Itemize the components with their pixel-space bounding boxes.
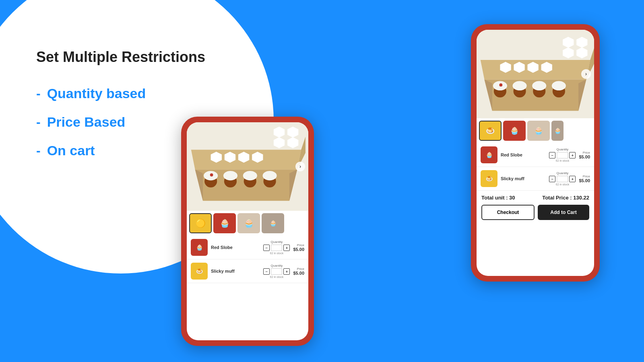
thumbnail-row: 🟡 🧁 🧁 🧁 <box>187 211 308 236</box>
price-area-1: Price $5.00 <box>293 243 304 252</box>
product-name-1: Red Slobe <box>211 245 260 250</box>
qty-label-p2-1: Quantity <box>557 148 569 151</box>
svg-marker-23 <box>484 80 492 111</box>
qty-minus-p2-1[interactable]: − <box>549 152 555 158</box>
total-price-label: Total Price : 130.22 <box>542 195 589 201</box>
qty-plus-button-2[interactable]: + <box>283 268 290 275</box>
thumbnail-p2-1[interactable]: 🍮 <box>479 121 502 141</box>
qty-area-p2-1: Quantity − + 62 in stock <box>549 148 576 162</box>
svg-point-21 <box>263 171 277 180</box>
thumbnail-2[interactable]: 🧁 <box>213 213 236 233</box>
checkout-button[interactable]: Checkout <box>481 205 535 220</box>
total-unit-label: Total unit : 30 <box>481 195 515 201</box>
add-to-cart-button[interactable]: Add to Cart <box>538 205 589 220</box>
product-row-p2-2: 🍮 Slicky muff Quantity − + 62 in stock P… <box>477 167 594 191</box>
qty-minus-button[interactable]: − <box>263 245 270 251</box>
stock-label-2: 62 in stock <box>270 276 283 278</box>
list-dash: - <box>36 143 41 158</box>
footer-buttons: Checkout Add to Cart <box>481 205 589 220</box>
svg-point-15 <box>210 173 213 177</box>
product-row-p2-1: 🧁 Red Slobe Quantity − + 62 in stock Pri… <box>477 143 594 167</box>
product-thumb-2: 🍮 <box>191 263 208 280</box>
svg-point-19 <box>243 171 257 180</box>
list-dash: - <box>36 115 41 130</box>
qty-input-2[interactable] <box>271 268 282 275</box>
price-label-p2-1: Price <box>583 151 590 154</box>
svg-marker-9 <box>274 127 285 138</box>
thumbnail-p2-2[interactable]: 🧁 <box>503 121 526 141</box>
product-name-p2-2: Slicky muff <box>501 176 546 181</box>
next-image-arrow-2[interactable]: › <box>581 69 591 79</box>
svg-marker-33 <box>563 47 574 58</box>
qty-plus-button[interactable]: + <box>283 245 290 251</box>
svg-marker-10 <box>287 127 298 138</box>
price-value-p2-1: $5.00 <box>579 154 590 159</box>
qty-controls: − + <box>263 245 290 251</box>
svg-marker-32 <box>576 37 587 48</box>
svg-point-41 <box>532 81 546 90</box>
price-value-1: $5.00 <box>293 247 304 252</box>
stock-p2-2: 62 in stock <box>556 183 569 186</box>
qty-controls-2: − + <box>263 268 290 275</box>
qty-plus-p2-1[interactable]: + <box>569 152 576 158</box>
price-based-label: Price Based <box>47 114 126 130</box>
svg-marker-1 <box>195 169 203 201</box>
price-value-p2-2: $5.00 <box>579 178 590 183</box>
thumbnail-1[interactable]: 🟡 <box>189 213 212 233</box>
qty-minus-button-2[interactable]: − <box>263 268 270 275</box>
product-thumb-1: 🧁 <box>191 239 208 256</box>
product-image-area-2: › <box>477 30 594 118</box>
product-name-p2-1: Red Slobe <box>501 152 546 157</box>
list-dash: - <box>36 86 41 101</box>
qty-input[interactable] <box>271 245 282 251</box>
thumbnail-p2-4[interactable]: 🧁 <box>551 121 564 141</box>
product-thumb-p2-2: 🍮 <box>481 170 497 187</box>
quantity-area-1: Quantity − + 62 in stock <box>263 240 290 255</box>
svg-marker-31 <box>563 37 574 48</box>
qty-label-2: Quantity <box>271 264 283 267</box>
on-cart-label: On cart <box>47 143 95 158</box>
svg-marker-24 <box>578 80 586 111</box>
product-row-2: 🍮 Slicky muff Quantity − + 62 in stock P… <box>187 259 308 283</box>
quantity-area-2: Quantity − + 62 in stock <box>263 264 290 278</box>
svg-marker-12 <box>287 137 298 148</box>
product-row-1: 🧁 Red Slobe Quantity − + 62 in stock Pri… <box>187 236 308 259</box>
price-label: Price <box>297 243 304 247</box>
stock-label: 62 in stock <box>270 252 283 255</box>
svg-marker-34 <box>576 47 587 58</box>
thumbnail-4[interactable]: 🧁 <box>262 213 284 233</box>
svg-point-37 <box>499 83 502 86</box>
stock-p2-1: 62 in stock <box>556 159 569 162</box>
thumbnail-3[interactable]: 🧁 <box>237 213 260 233</box>
phone-mockup-2: › 🍮 🧁 🧁 🧁 🧁 Red Slobe Quantity − + 62 in… <box>471 24 600 282</box>
qty-input-p2-2[interactable] <box>557 176 568 182</box>
qty-label-p2-2: Quantity <box>557 171 569 175</box>
next-image-arrow[interactable]: › <box>295 162 305 171</box>
product-thumb-p2-1: 🧁 <box>481 146 497 163</box>
price-label-2: Price <box>297 267 304 271</box>
qty-plus-p2-2[interactable]: + <box>569 176 576 182</box>
thumbnail-row-2: 🍮 🧁 🧁 🧁 <box>477 118 594 143</box>
svg-marker-11 <box>274 137 285 148</box>
svg-point-39 <box>513 81 527 90</box>
main-heading: Set Multiple Restrictions <box>36 48 250 66</box>
product-image-area: › <box>187 122 308 211</box>
thumbnail-p2-3[interactable]: 🧁 <box>527 121 550 141</box>
phone-mockup-1: › 🟡 🧁 🧁 🧁 🧁 Red Slobe Quantity <box>181 117 314 346</box>
product-name-2: Slicky muff <box>211 269 260 274</box>
svg-point-43 <box>552 81 566 90</box>
qty-minus-p2-2[interactable]: − <box>549 176 555 182</box>
phone-footer: Total unit : 30 Total Price : 130.22 Che… <box>477 191 594 224</box>
quantity-based-label: Quantity based <box>47 86 146 101</box>
qty-label: Quantity <box>271 240 283 244</box>
list-item: - Quantity based <box>36 86 250 101</box>
phone-1-screen: › 🟡 🧁 🧁 🧁 🧁 Red Slobe Quantity <box>187 122 308 340</box>
qty-area-p2-2: Quantity − + 62 in stock <box>549 171 576 186</box>
totals-row: Total unit : 30 Total Price : 130.22 <box>481 195 589 201</box>
phone-2-screen: › 🍮 🧁 🧁 🧁 🧁 Red Slobe Quantity − + 62 in… <box>477 30 594 276</box>
price-area-2: Price $5.00 <box>293 267 304 276</box>
qty-input-p2-1[interactable] <box>557 152 568 158</box>
svg-marker-2 <box>289 169 297 201</box>
svg-point-17 <box>223 171 237 180</box>
price-label-p2-2: Price <box>583 175 590 178</box>
